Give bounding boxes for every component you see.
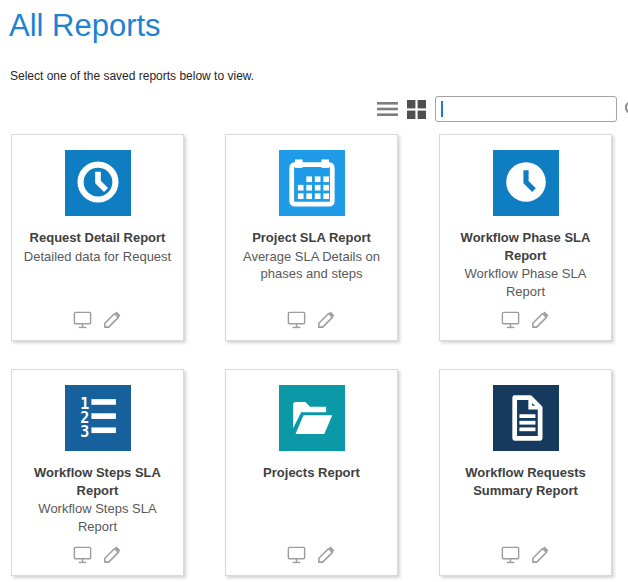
edit-report-button[interactable] <box>530 544 551 565</box>
pencil-icon <box>316 544 337 565</box>
view-report-button[interactable] <box>500 544 521 565</box>
page-subtitle: Select one of the saved reports below to… <box>10 69 619 83</box>
text-cursor <box>441 101 443 117</box>
view-report-button[interactable] <box>72 544 93 565</box>
monitor-icon <box>500 309 521 330</box>
list-view-button[interactable] <box>377 101 398 117</box>
svg-text:3: 3 <box>80 423 89 441</box>
edit-report-button[interactable] <box>316 544 337 565</box>
pencil-icon <box>530 309 551 330</box>
view-report-button[interactable] <box>72 309 93 330</box>
pencil-icon <box>530 544 551 565</box>
report-cards-grid: Request Detail Report Detailed data for … <box>11 134 619 576</box>
edit-report-button[interactable] <box>530 309 551 330</box>
all-reports-page: All Reports Select one of the saved repo… <box>0 0 628 576</box>
pencil-icon <box>102 309 123 330</box>
report-card-title: Project SLA Report <box>252 229 371 247</box>
report-card-title: Workflow Requests Summary Report <box>446 464 605 499</box>
numbered-list-icon: 123 <box>65 385 131 451</box>
grid-view-button[interactable] <box>407 100 426 119</box>
monitor-icon <box>500 544 521 565</box>
pencil-icon <box>316 309 337 330</box>
monitor-icon <box>286 544 307 565</box>
pencil-icon <box>102 544 123 565</box>
toolbar <box>9 96 619 122</box>
grid-view-icon <box>407 100 426 119</box>
view-report-button[interactable] <box>286 309 307 330</box>
report-card-description: Workflow Steps SLA Report <box>18 500 177 535</box>
search-box <box>435 96 617 122</box>
report-card-description: Workflow Phase SLA Report <box>446 265 605 300</box>
report-card-actions <box>500 544 551 565</box>
clock-solid-icon <box>493 150 559 216</box>
search-icon[interactable] <box>623 99 628 119</box>
report-card-actions <box>500 309 551 330</box>
report-card[interactable]: Workflow Phase SLA Report Workflow Phase… <box>439 134 612 341</box>
folder-open-icon <box>279 385 345 451</box>
report-card-description: Average SLA Details on phases and steps <box>232 248 391 283</box>
edit-report-button[interactable] <box>102 309 123 330</box>
search-input[interactable] <box>436 97 623 121</box>
edit-report-button[interactable] <box>316 309 337 330</box>
clock-outline-icon <box>65 150 131 216</box>
report-card[interactable]: Request Detail Report Detailed data for … <box>11 134 184 341</box>
report-card-description: Detailed data for Request <box>24 248 171 266</box>
monitor-icon <box>72 544 93 565</box>
monitor-icon <box>72 309 93 330</box>
report-card[interactable]: Projects Report <box>225 369 398 576</box>
report-card-title: Workflow Steps SLA Report <box>18 464 177 499</box>
edit-report-button[interactable] <box>102 544 123 565</box>
report-card[interactable]: Workflow Requests Summary Report <box>439 369 612 576</box>
view-report-button[interactable] <box>286 544 307 565</box>
report-card-actions <box>286 309 337 330</box>
report-card-actions <box>72 309 123 330</box>
report-card-title: Projects Report <box>263 464 360 482</box>
calendar-icon <box>279 150 345 216</box>
report-card[interactable]: Project SLA Report Average SLA Details o… <box>225 134 398 341</box>
list-view-icon <box>377 101 398 117</box>
document-icon <box>493 385 559 451</box>
report-card[interactable]: 123 Workflow Steps SLA Report Workflow S… <box>11 369 184 576</box>
report-card-actions <box>286 544 337 565</box>
report-card-actions <box>72 544 123 565</box>
report-card-title: Request Detail Report <box>30 229 166 247</box>
view-report-button[interactable] <box>500 309 521 330</box>
page-title: All Reports <box>9 8 619 44</box>
monitor-icon <box>286 309 307 330</box>
report-card-title: Workflow Phase SLA Report <box>446 229 605 264</box>
